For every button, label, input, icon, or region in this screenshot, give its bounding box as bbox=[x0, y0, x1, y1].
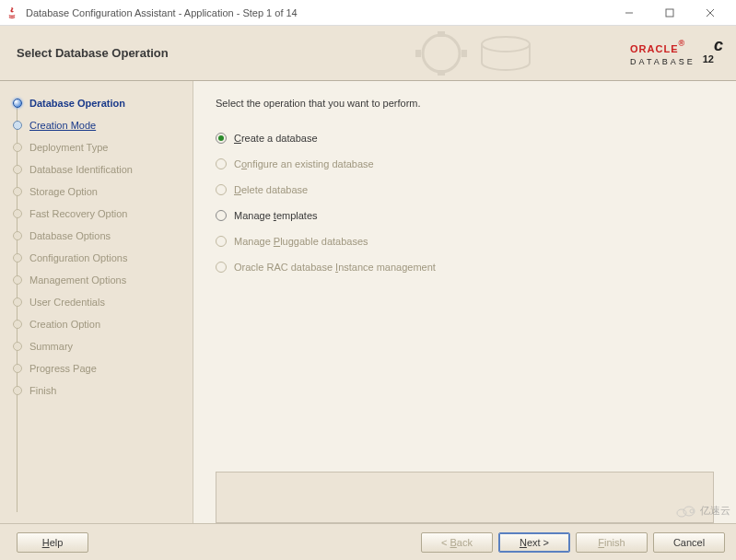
wizard-step-3: Database Identification bbox=[13, 158, 187, 181]
wizard-step-12: Progress Page bbox=[13, 357, 187, 379]
radio-icon bbox=[216, 184, 227, 195]
operation-option-5: Oracle RAC database Instance management bbox=[216, 254, 714, 280]
wizard-step-8: Management Options bbox=[13, 269, 187, 291]
svg-rect-8 bbox=[415, 50, 421, 57]
operation-option-4: Manage Pluggable databases bbox=[216, 228, 714, 254]
step-dot-icon bbox=[13, 342, 22, 351]
step-label: Database Identification bbox=[29, 164, 133, 175]
finish-button[interactable]: Finish bbox=[576, 532, 648, 553]
radio-icon bbox=[216, 133, 227, 144]
radio-icon bbox=[216, 236, 227, 247]
wizard-sidebar: Database OperationCreation ModeDeploymen… bbox=[0, 81, 193, 523]
version-12c: 12c bbox=[703, 35, 723, 68]
svg-point-12 bbox=[690, 509, 694, 513]
window-title: Database Configuration Assistant - Appli… bbox=[26, 7, 298, 18]
wizard-step-6: Database Options bbox=[13, 225, 187, 247]
wizard-step-5: Fast Recovery Option bbox=[13, 203, 187, 225]
content-area: Database OperationCreation ModeDeploymen… bbox=[0, 81, 736, 523]
radio-label: Delete database bbox=[234, 184, 308, 195]
watermark: 亿速云 bbox=[676, 504, 730, 518]
wizard-step-0[interactable]: Database Operation bbox=[13, 92, 187, 114]
help-button[interactable]: Help bbox=[17, 532, 88, 553]
operation-option-1: Configure an existing database bbox=[216, 151, 714, 177]
radio-label: Manage Pluggable databases bbox=[234, 236, 368, 247]
step-dot-icon bbox=[13, 121, 22, 130]
step-label: Progress Page bbox=[29, 363, 97, 374]
step-label: Management Options bbox=[29, 274, 126, 286]
svg-point-10 bbox=[677, 509, 686, 517]
wizard-step-10: Creation Option bbox=[13, 313, 187, 335]
operation-option-2: Delete database bbox=[216, 177, 714, 203]
step-dot-icon bbox=[13, 298, 22, 307]
step-dot-icon bbox=[13, 187, 22, 196]
step-dot-icon bbox=[13, 165, 22, 174]
svg-point-11 bbox=[683, 507, 695, 516]
step-label: Configuration Options bbox=[29, 252, 127, 263]
step-label: Creation Mode bbox=[29, 120, 96, 131]
step-label: User Credentials bbox=[29, 297, 105, 308]
minimize-button[interactable] bbox=[609, 0, 649, 26]
titlebar: Database Configuration Assistant - Appli… bbox=[0, 0, 736, 26]
footer-bar: Help < Back Next > Finish Cancel bbox=[0, 523, 736, 560]
cancel-button[interactable]: Cancel bbox=[653, 532, 725, 553]
step-dot-icon bbox=[13, 320, 22, 329]
svg-rect-7 bbox=[438, 70, 445, 76]
step-dot-icon bbox=[13, 364, 22, 373]
step-label: Fast Recovery Option bbox=[29, 208, 127, 219]
instruction-text: Select the operation that you want to pe… bbox=[216, 98, 714, 109]
step-label: Database Operation bbox=[29, 98, 125, 109]
svg-rect-9 bbox=[461, 50, 467, 57]
step-label: Storage Option bbox=[29, 186, 98, 197]
svg-rect-6 bbox=[438, 31, 445, 37]
radio-label: Create a database bbox=[234, 133, 318, 144]
radio-icon bbox=[216, 210, 227, 221]
svg-point-5 bbox=[423, 35, 460, 72]
wizard-step-2: Deployment Type bbox=[13, 136, 187, 158]
operation-option-0[interactable]: Create a database bbox=[216, 125, 714, 151]
wizard-step-1[interactable]: Creation Mode bbox=[13, 114, 187, 136]
radio-label: Configure an existing database bbox=[234, 158, 374, 169]
wizard-step-7: Configuration Options bbox=[13, 247, 187, 269]
step-dot-icon bbox=[13, 253, 22, 262]
radio-icon bbox=[216, 158, 227, 169]
step-dot-icon bbox=[13, 99, 22, 108]
header-art bbox=[404, 26, 552, 81]
maximize-button[interactable] bbox=[649, 0, 690, 26]
description-box bbox=[216, 472, 714, 523]
step-dot-icon bbox=[13, 209, 22, 218]
page-title: Select Database Operation bbox=[17, 46, 169, 60]
step-dot-icon bbox=[13, 231, 22, 240]
step-label: Database Options bbox=[29, 230, 111, 241]
radio-label: Oracle RAC database Instance management bbox=[234, 262, 436, 273]
close-button[interactable] bbox=[690, 0, 730, 26]
oracle-logo: ORACLE® DATABASE bbox=[630, 38, 695, 66]
radio-icon bbox=[216, 262, 227, 273]
next-button[interactable]: Next > bbox=[498, 532, 570, 553]
wizard-step-11: Summary bbox=[13, 335, 187, 357]
step-dot-icon bbox=[13, 143, 22, 152]
step-dot-icon bbox=[13, 386, 22, 395]
operation-option-3[interactable]: Manage templates bbox=[216, 203, 714, 228]
wizard-step-4: Storage Option bbox=[13, 181, 187, 203]
svg-point-4 bbox=[482, 37, 530, 52]
svg-rect-1 bbox=[666, 9, 673, 17]
step-label: Finish bbox=[29, 385, 56, 396]
header-banner: Select Database Operation ORACLE® DATABA… bbox=[0, 26, 736, 81]
wizard-step-13: Finish bbox=[13, 379, 187, 402]
step-dot-icon bbox=[13, 275, 22, 285]
main-panel: Select the operation that you want to pe… bbox=[193, 81, 736, 523]
step-label: Creation Option bbox=[29, 319, 100, 330]
wizard-step-9: User Credentials bbox=[13, 291, 187, 313]
back-button[interactable]: < Back bbox=[421, 532, 493, 553]
step-label: Deployment Type bbox=[29, 142, 108, 153]
step-label: Summary bbox=[29, 341, 73, 352]
radio-label: Manage templates bbox=[234, 210, 318, 221]
java-icon bbox=[6, 6, 20, 20]
